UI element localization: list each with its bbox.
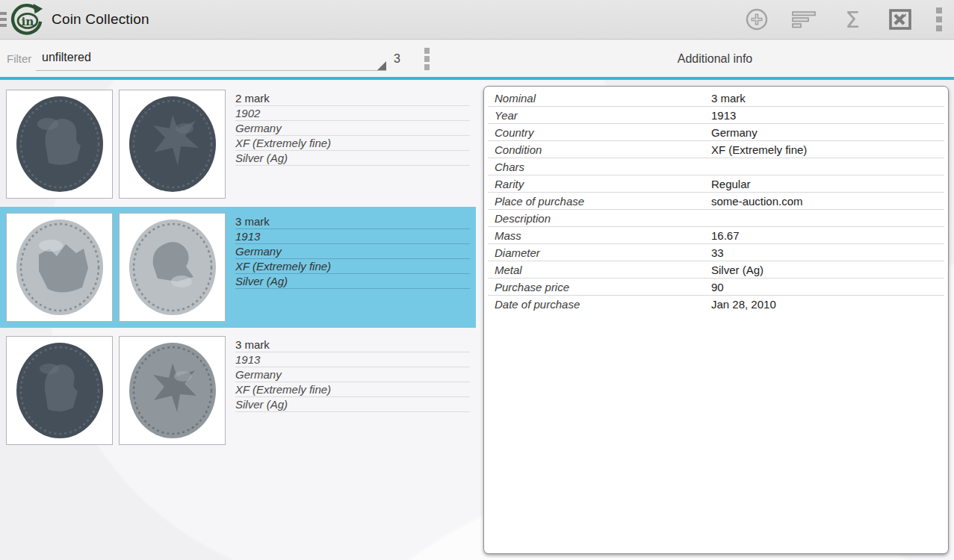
detail-row-mass: Mass 16.67: [488, 227, 944, 244]
coin-reverse-photo: [119, 90, 226, 199]
detail-label: Description: [495, 212, 711, 225]
export-excel-icon: [888, 8, 912, 31]
detail-label: Place of purchase: [495, 195, 711, 208]
detail-row-condition: Condition XF (Extremely fine): [488, 141, 944, 158]
detail-value: some-auction.com: [711, 195, 803, 208]
coin-year: 1902: [235, 106, 470, 121]
detail-row-place-of-purchase: Place of purchase some-auction.com: [488, 193, 944, 210]
detail-row-country: Country Germany: [488, 124, 944, 141]
detail-panel-header: Additional info: [476, 40, 954, 77]
app-title: Coin Collection: [52, 11, 149, 28]
sort-button[interactable]: [781, 0, 828, 40]
coin-condition: XF (Extremely fine): [235, 382, 470, 397]
coin-list: 2 mark 1902 Germany XF (Extremely fine) …: [0, 80, 476, 560]
action-bar: in Coin Collection Σ: [0, 0, 954, 40]
filter-spinner[interactable]: unfiltered: [36, 45, 386, 71]
detail-value: Silver (Ag): [711, 264, 763, 276]
coin-count: 3: [394, 40, 400, 77]
detail-row-description: Description: [488, 210, 944, 227]
detail-label: Diameter: [495, 246, 711, 259]
statistics-sigma-icon: Σ: [845, 8, 860, 31]
detail-value: 16.67: [711, 229, 740, 242]
detail-row-purchase-price: Purchase price 90: [488, 279, 944, 296]
detail-value: 90: [711, 281, 724, 293]
detail-label: Rarity: [495, 178, 711, 190]
overflow-menu-icon: [936, 7, 942, 31]
coin-nominal: 3 mark: [235, 214, 470, 229]
coin-summary: 2 mark 1902 Germany XF (Extremely fine) …: [235, 91, 470, 166]
detail-value: Jan 28, 2010: [711, 298, 776, 311]
coin-condition: XF (Extremely fine): [235, 259, 470, 274]
coin-metal: Silver (Ag): [235, 151, 470, 166]
detail-label: Mass: [495, 229, 711, 242]
coin-country: Germany: [235, 367, 470, 382]
coin-obverse-photo: [6, 213, 113, 322]
detail-value: 1913: [711, 109, 736, 122]
app-logo-coin-icon: in: [10, 2, 44, 37]
detail-label: Country: [495, 126, 711, 139]
spinner-caret-icon: [377, 61, 386, 70]
coin-reverse-photo: [119, 336, 226, 445]
detail-label: Chars: [495, 161, 711, 173]
detail-value: 33: [711, 246, 724, 259]
coin-detail-card: Nominal 3 mark Year 1913 Country Germany…: [483, 86, 949, 554]
detail-row-date-of-purchase: Date of purchase Jan 28, 2010: [488, 296, 944, 313]
coin-country: Germany: [235, 244, 470, 259]
action-buttons: Σ: [733, 0, 954, 40]
detail-value: 3 mark: [711, 92, 746, 105]
coin-year: 1913: [235, 229, 470, 244]
add-coin-icon: [745, 7, 769, 31]
list-overflow-icon: [424, 48, 430, 70]
coin-list-item[interactable]: 3 mark 1913 Germany XF (Extremely fine) …: [0, 330, 476, 451]
detail-row-diameter: Diameter 33: [488, 244, 944, 261]
filter-toolbar: Filter unfiltered 3 Additional info: [0, 40, 954, 77]
coin-year: 1913: [235, 352, 470, 367]
sort-icon: [792, 10, 817, 28]
export-excel-button[interactable]: [876, 0, 924, 40]
detail-value: XF (Extremely fine): [711, 143, 807, 156]
coin-list-item-selected[interactable]: 3 mark 1913 Germany XF (Extremely fine) …: [0, 207, 476, 328]
detail-label: Date of purchase: [495, 298, 711, 311]
filter-selected-value: unfiltered: [36, 51, 91, 64]
overflow-menu-button[interactable]: [924, 0, 954, 40]
detail-panel-title: Additional info: [678, 52, 753, 66]
detail-row-metal: Metal Silver (Ag): [488, 261, 944, 279]
coin-condition: XF (Extremely fine): [235, 136, 470, 151]
coin-summary: 3 mark 1913 Germany XF (Extremely fine) …: [235, 337, 470, 412]
filter-section: Filter unfiltered 3: [0, 40, 476, 77]
coin-list-item[interactable]: 2 mark 1902 Germany XF (Extremely fine) …: [0, 84, 476, 205]
coin-metal: Silver (Ag): [235, 274, 470, 289]
coin-metal: Silver (Ag): [235, 397, 470, 412]
detail-row-year: Year 1913: [488, 107, 944, 124]
detail-label: Purchase price: [495, 281, 711, 293]
hamburger-menu-icon[interactable]: [0, 8, 7, 31]
detail-value: Germany: [711, 126, 758, 139]
coin-obverse-photo: [6, 336, 113, 445]
detail-row-nominal: Nominal 3 mark: [488, 90, 944, 107]
detail-label: Nominal: [495, 92, 711, 105]
coin-nominal: 2 mark: [235, 91, 470, 106]
detail-row-chars: Chars: [488, 158, 944, 175]
detail-value: Regular: [711, 178, 751, 190]
accent-underline: [0, 77, 954, 80]
coin-obverse-photo: [6, 90, 113, 199]
detail-label: Year: [495, 109, 711, 122]
list-overflow-button[interactable]: [424, 40, 430, 77]
detail-label: Condition: [495, 143, 711, 156]
svg-text:in: in: [21, 15, 34, 28]
coin-summary: 3 mark 1913 Germany XF (Extremely fine) …: [235, 214, 470, 289]
detail-label: Metal: [495, 264, 711, 276]
coin-nominal: 3 mark: [235, 337, 470, 352]
coin-reverse-photo: [119, 213, 226, 322]
statistics-button[interactable]: Σ: [828, 0, 876, 40]
add-coin-button[interactable]: [733, 0, 781, 40]
detail-row-rarity: Rarity Regular: [488, 175, 944, 193]
coin-country: Germany: [235, 121, 470, 136]
filter-label: Filter: [7, 52, 31, 65]
